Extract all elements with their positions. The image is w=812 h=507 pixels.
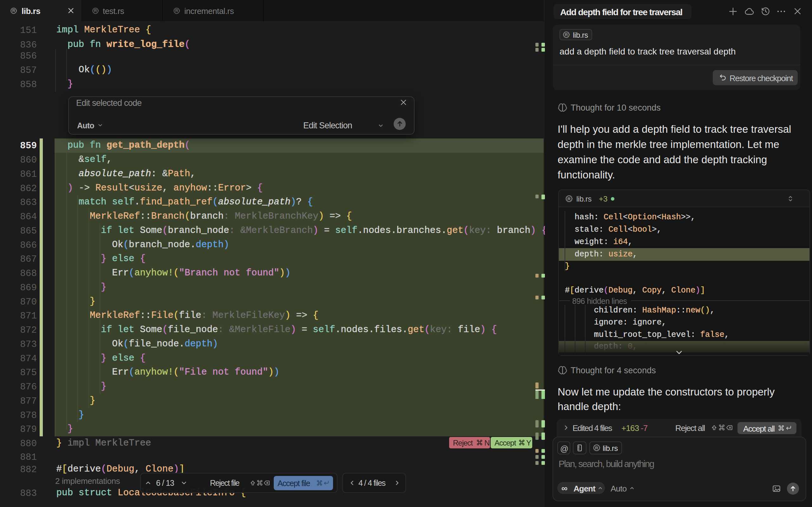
svg-text:R: R (595, 446, 598, 450)
svg-text:R: R (12, 9, 15, 13)
svg-text:R: R (94, 9, 97, 13)
svg-text:R: R (567, 196, 571, 201)
svg-text:R: R (175, 9, 178, 13)
svg-text:R: R (565, 32, 568, 37)
